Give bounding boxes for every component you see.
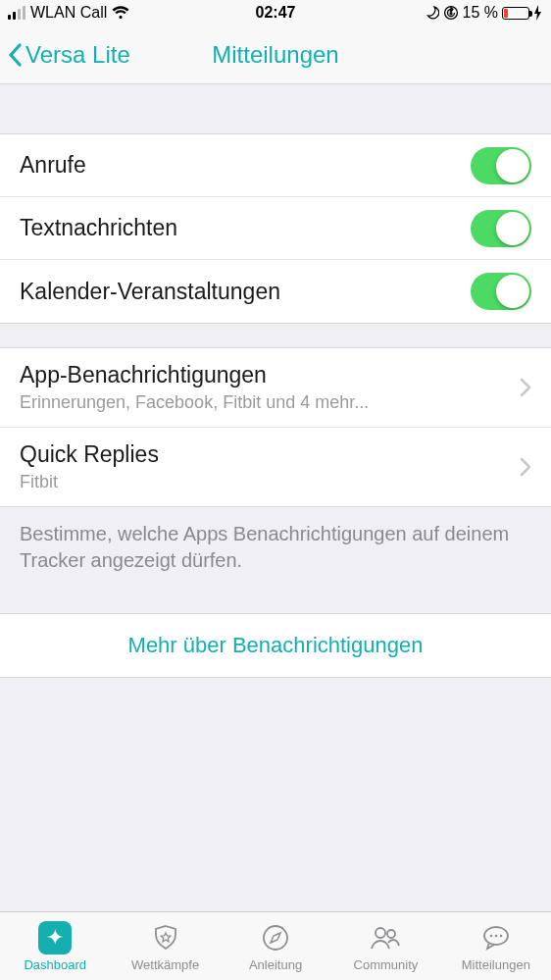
tab-label: Anleitung bbox=[249, 957, 302, 972]
section-spacer bbox=[0, 324, 551, 347]
tab-label: Dashboard bbox=[24, 957, 86, 972]
shield-star-icon bbox=[149, 921, 182, 954]
row-text: Quick Replies Fitbit bbox=[20, 428, 159, 506]
status-bar: WLAN Call 02:47 15 % bbox=[0, 0, 551, 26]
back-label: Versa Lite bbox=[25, 41, 130, 69]
chevron-right-icon bbox=[520, 378, 531, 397]
row-subtitle: Erinnerungen, Facebook, Fitbit und 4 meh… bbox=[20, 392, 369, 413]
section-footer-note: Bestimme, welche Apps Benachrichtigungen… bbox=[0, 507, 551, 597]
row-quick-replies[interactable]: Quick Replies Fitbit bbox=[0, 428, 551, 506]
clock: 02:47 bbox=[0, 4, 551, 22]
row-calls: Anrufe bbox=[0, 134, 551, 197]
people-icon bbox=[369, 921, 402, 954]
back-button[interactable]: Versa Lite bbox=[8, 41, 130, 69]
tab-label: Mitteilungen bbox=[462, 957, 530, 972]
tab-label: Wettkämpfe bbox=[131, 957, 199, 972]
svg-point-8 bbox=[500, 934, 503, 937]
row-title: Quick Replies bbox=[20, 441, 159, 468]
tab-guidance[interactable]: Anleitung bbox=[221, 912, 330, 980]
row-calendar: Kalender-Veranstaltungen bbox=[0, 260, 551, 323]
svg-point-2 bbox=[264, 926, 287, 950]
section-spacer bbox=[0, 84, 551, 133]
row-label: Kalender-Veranstaltungen bbox=[20, 279, 280, 305]
svg-point-3 bbox=[376, 928, 385, 938]
toggle-calendar[interactable] bbox=[471, 273, 531, 310]
row-texts: Textnachrichten bbox=[0, 197, 551, 260]
chevron-right-icon bbox=[520, 457, 531, 477]
toggle-texts[interactable] bbox=[471, 210, 531, 247]
nav-header: Versa Lite Mitteilungen bbox=[0, 26, 551, 84]
tab-label: Community bbox=[354, 957, 419, 972]
chat-icon bbox=[479, 921, 513, 954]
tab-community[interactable]: Community bbox=[330, 912, 440, 980]
compass-icon bbox=[259, 921, 292, 954]
section-spacer bbox=[0, 597, 551, 613]
battery-icon bbox=[502, 7, 529, 20]
row-subtitle: Fitbit bbox=[20, 472, 159, 492]
row-label: Textnachrichten bbox=[20, 215, 177, 241]
toggle-group: Anrufe Textnachrichten Kalender-Veransta… bbox=[0, 133, 551, 324]
svg-point-4 bbox=[387, 930, 395, 938]
toggle-calls[interactable] bbox=[471, 147, 531, 184]
more-about-notifications-link[interactable]: Mehr über Benachrichtigungen bbox=[0, 613, 551, 678]
row-app-notifications[interactable]: App-Benachrichtigungen Erinnerungen, Fac… bbox=[0, 348, 551, 428]
chevron-left-icon bbox=[8, 43, 22, 67]
dashboard-icon bbox=[38, 921, 72, 954]
tab-bar: Dashboard Wettkämpfe Anleitung Community… bbox=[0, 911, 551, 980]
tab-notifications[interactable]: Mitteilungen bbox=[441, 912, 551, 980]
svg-point-7 bbox=[495, 934, 498, 937]
row-title: App-Benachrichtigungen bbox=[20, 362, 369, 388]
link-label: Mehr über Benachrichtigungen bbox=[128, 633, 424, 658]
row-label: Anrufe bbox=[20, 152, 86, 179]
tab-challenges[interactable]: Wettkämpfe bbox=[110, 912, 220, 980]
row-text: App-Benachrichtigungen Erinnerungen, Fac… bbox=[20, 348, 369, 427]
disclosure-group: App-Benachrichtigungen Erinnerungen, Fac… bbox=[0, 347, 551, 507]
tab-dashboard[interactable]: Dashboard bbox=[0, 912, 110, 980]
svg-point-6 bbox=[490, 934, 493, 937]
